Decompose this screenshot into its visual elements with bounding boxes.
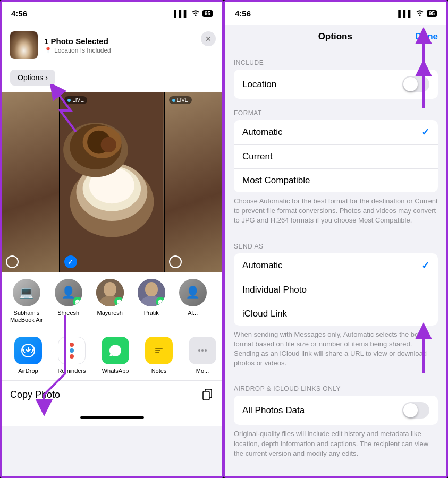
format-section: FORMAT Automatic ✓ Current Most Compatib… [225,107,446,232]
photo-cell-right[interactable]: LIVE [165,92,222,272]
airdrop-header: AIRDROP & ICLOUD LINKS ONLY [225,383,446,396]
status-bar-left: 4:56 ▌▌▌ 95 [2,2,222,25]
airdrop-group: All Photos Data [234,396,438,425]
toggle-knob-allphotos [403,403,418,417]
checkmark-icon: ✓ [67,258,74,266]
options-title: Options [255,31,416,42]
format-automatic-row[interactable]: Automatic ✓ [234,120,438,145]
app-item-whatsapp[interactable]: WhatsApp [99,337,131,374]
svg-rect-25 [203,391,209,400]
status-bar-right: 4:56 ▌▌▌ 95 [225,2,446,25]
wifi-icon [191,10,200,18]
close-button[interactable]: ✕ [201,31,216,46]
svg-point-23 [205,349,207,352]
options-btn-wrap: Options › [2,65,222,92]
macbook-avatar-bg: 💻 [13,279,40,306]
select-circle-right[interactable] [169,255,182,268]
select-circle-left[interactable] [6,255,19,268]
location-label: Location [242,79,276,90]
send-automatic-check: ✓ [421,260,429,271]
svg-point-14 [145,282,158,297]
battery-left: 95 [202,10,213,17]
live-text-right: LIVE [177,97,189,103]
send-as-group: Automatic ✓ Individual Photo iCloud Link [234,253,438,326]
select-circle-center[interactable]: ✓ [64,255,77,268]
svg-point-11 [104,282,116,297]
app-item-more[interactable]: Mo... [187,337,218,374]
options-button[interactable]: Options › [10,70,55,86]
format-compatible-row[interactable]: Most Compatible [234,169,438,192]
format-current-row[interactable]: Current [234,145,438,169]
location-pin-icon: 📍 [44,47,52,54]
contact-name-pratik: Pratik [144,310,159,317]
svg-rect-19 [155,350,160,351]
live-badge-right: LIVE [169,96,192,104]
location-toggle[interactable] [402,76,429,92]
format-header: FORMAT [225,107,446,120]
airdrop-section: AIRDROP & ICLOUD LINKS ONLY All Photos D… [225,383,446,465]
svg-rect-20 [155,352,159,353]
svg-point-9 [101,137,116,152]
photo-cell-center[interactable]: LIVE ✓ [60,92,164,272]
contact-avatar-pratik [138,279,165,306]
signal-icon: ▌▌▌ [174,10,189,18]
close-icon: ✕ [205,35,212,43]
battery-right: 95 [427,10,437,17]
status-icons-right: ▌▌▌ 95 [398,10,437,18]
chevron-icon: › [45,73,48,82]
format-current-label: Current [242,151,273,162]
wifi-icon-right [416,10,424,18]
status-icons-left: ▌▌▌ 95 [174,10,213,18]
notes-label: Notes [151,368,167,374]
send-as-header: SEND AS [225,241,446,253]
send-automatic-row[interactable]: Automatic ✓ [234,253,438,278]
right-panel: 4:56 ▌▌▌ 95 Options Done INCLUDE Locatio… [224,0,448,478]
share-title: 1 Photo Selected [44,37,214,46]
whatsapp-label: WhatsApp [102,368,129,374]
share-header: 1 Photo Selected 📍 Location Is Included … [2,25,222,65]
send-as-description: When sending with Messages only, Automat… [225,326,446,375]
include-section: INCLUDE Location [225,57,446,99]
send-automatic-label: Automatic [242,260,283,271]
time-right: 4:56 [235,9,251,18]
whatsapp-icon [102,337,129,364]
live-text: LIVE [72,97,84,103]
all-photos-toggle[interactable] [402,402,429,419]
format-group: Automatic ✓ Current Most Compatible [234,120,438,192]
done-button[interactable]: Done [416,31,438,42]
send-icloud-row[interactable]: iCloud Link [234,302,438,326]
contact-item-al[interactable]: 👤 Al... [177,279,209,323]
options-nav: Options Done [225,25,446,48]
toggle-knob-location [403,77,418,91]
more-label: Mo... [196,368,209,374]
include-group: Location [234,70,438,99]
app-item-notes[interactable]: Notes [143,337,175,374]
contact-avatar-al: 👤 [179,279,207,306]
options-label: Options [18,73,43,82]
time-left: 4:56 [11,9,27,18]
send-individual-label: Individual Photo [242,285,307,295]
copy-icon [201,388,214,401]
live-dot [67,99,71,102]
whatsapp-overlay-shreesh [73,297,82,306]
send-as-section: SEND AS Automatic ✓ Individual Photo iCl… [225,241,446,375]
contact-avatar-shreesh: 👤 [55,279,82,306]
share-subtitle: 📍 Location Is Included [44,47,214,54]
all-photos-label: All Photos Data [242,405,305,416]
location-row: Location [234,70,438,99]
arrow-airdrop [18,310,81,416]
format-automatic-label: Automatic [242,127,283,138]
share-subtitle-text: Location Is Included [54,47,111,54]
photo-cell-left[interactable] [2,92,59,272]
al-avatar-bg: 👤 [179,279,207,306]
signal-icon-right: ▌▌▌ [398,10,413,18]
contact-item-pratik[interactable]: Pratik [136,279,167,323]
home-bar-left [80,416,144,419]
live-badge-center: LIVE [64,96,87,104]
send-individual-row[interactable]: Individual Photo [234,278,438,302]
share-thumbnail [10,31,38,59]
include-header: INCLUDE [225,57,446,70]
send-icloud-label: iCloud Link [242,309,287,319]
more-icon [189,337,216,364]
contact-item-mayuresh[interactable]: Mayuresh [94,279,126,323]
